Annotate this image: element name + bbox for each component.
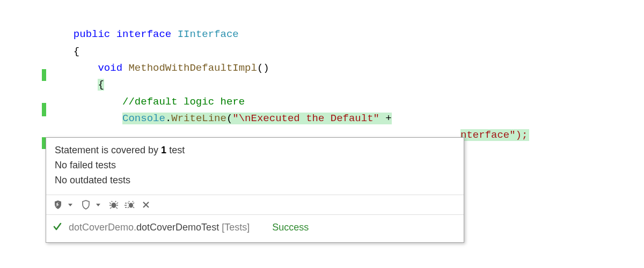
keyword-void: void [98,62,122,74]
method-name: MethodWithDefaultImpl [128,62,257,74]
keyword-public: public [74,28,110,40]
coverage-tooltip: Statement is covered by 1 test No failed… [46,137,464,243]
close-icon[interactable] [140,198,152,211]
tooltip-body: Statement is covered by 1 test No failed… [46,138,464,195]
code-continuation: nterface"); [460,127,529,144]
svg-point-1 [129,203,133,207]
brace-open: { [74,46,79,57]
dropdown-arrow-icon[interactable] [96,203,101,207]
shield-filled-icon[interactable] [52,198,64,211]
outdated-tests-line: No outdated tests [55,173,455,188]
type-name: IInterface [178,28,239,40]
tooltip-toolbar [46,195,464,214]
keyword-interface: interface [116,28,172,40]
shield-outline-icon[interactable] [79,198,92,211]
method-writeline: WriteLine [171,113,226,124]
code-editor[interactable]: public interface IInterface { void Metho… [0,10,392,127]
covered-brace: { [98,79,104,91]
svg-point-0 [112,203,116,208]
dropdown-arrow-icon[interactable] [68,203,73,207]
bug-icon[interactable] [107,198,120,211]
failed-tests-line: No failed tests [55,158,455,173]
bug-burst-icon[interactable] [123,198,136,211]
string-literal: "\nExecuted the Default" [232,113,379,124]
check-icon [52,219,63,237]
test-path[interactable]: dotCoverDemo.dotCoverDemoTest [Tests] [69,220,250,236]
test-count: 1 [161,145,166,155]
type-console: Console [122,113,165,124]
tooltip-footer: dotCoverDemo.dotCoverDemoTest [Tests] Su… [46,214,464,242]
comment: //default logic here [122,96,245,108]
coverage-summary-line: Statement is covered by 1 test [55,143,455,158]
test-status: Success [272,220,309,236]
